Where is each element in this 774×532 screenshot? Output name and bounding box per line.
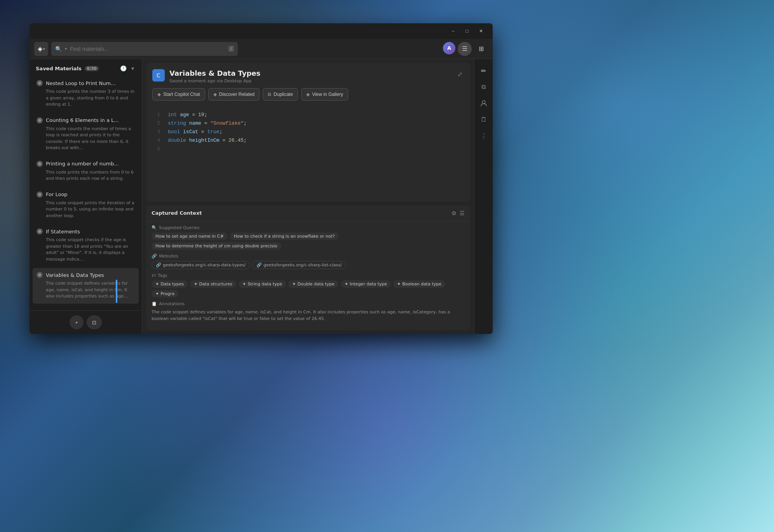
slash-badge: /: [228, 46, 234, 52]
context-title: Captured Context: [152, 210, 202, 216]
copilot-icon: ◈: [157, 92, 161, 97]
sidebar-header-actions: 🕐 ▾: [119, 64, 136, 72]
list-item[interactable]: Printing a number of numb... This code p…: [33, 157, 139, 186]
list-item-title: Counting 6 Elements in a L...: [46, 117, 135, 123]
avatar[interactable]: A: [443, 42, 455, 54]
start-copilot-chat-button[interactable]: ◈ Start Copilot Chat: [152, 88, 205, 101]
search-dropdown-icon: ▾: [65, 47, 67, 51]
import-icon: ⊡: [92, 320, 96, 325]
link-icon-small: 🔗: [156, 263, 161, 268]
profile-button[interactable]: [477, 96, 491, 110]
filter-button[interactable]: ▾: [130, 64, 136, 72]
sort-button[interactable]: 🕐: [119, 64, 128, 72]
list-item-title: For Loop: [46, 191, 135, 197]
tag-chip[interactable]: ✦ Integer data type: [341, 280, 391, 288]
tag-chip[interactable]: ✦ Boolean data type: [393, 280, 445, 288]
query-chip[interactable]: How to set age and name in C#: [152, 233, 228, 240]
scroll-indicator: [116, 280, 117, 303]
tag-chip[interactable]: ✦ String data type: [239, 280, 286, 288]
material-icon: C: [152, 69, 165, 82]
list-item-desc: This code counts the number of times a l…: [37, 126, 135, 151]
website-chip[interactable]: 🔗 geeksforgeeks.org/c-sharp-data-types/: [152, 261, 250, 269]
code-line: 2 string name = "Snowflake";: [152, 119, 464, 128]
suggested-queries-section: 🔍 Suggested Queries How to set age and n…: [152, 225, 465, 250]
query-chip[interactable]: How to check if a string is an snowflake…: [230, 233, 339, 240]
sidebar-title: Saved Materials 6/30: [36, 66, 99, 71]
tag-icon-small: ✦: [155, 291, 159, 296]
view-in-gallery-button[interactable]: ◈ View in Gallery: [301, 88, 348, 101]
svg-point-0: [482, 101, 485, 104]
query-chip[interactable]: How to determine the height of cm using …: [152, 242, 281, 250]
close-button[interactable]: ✕: [476, 26, 486, 37]
search-queries-icon: 🔍: [152, 225, 157, 230]
list-item-desc: The code snippet defines variables for a…: [37, 280, 135, 300]
item-icon: [37, 161, 43, 167]
action-buttons: ◈ Start Copilot Chat ◈ Discover Related …: [146, 88, 470, 106]
toolbar: ◈ ▾ 🔍 ▾ / A ☰ ⊞: [30, 39, 493, 59]
queries-chips: How to set age and name in C# How to che…: [152, 233, 465, 250]
sidebar: Saved Materials 6/30 🕐 ▾ Nested Loop to …: [30, 59, 142, 334]
copy-button[interactable]: ⧉: [477, 80, 491, 94]
list-item-title: Nested Loop to Print Num...: [46, 80, 135, 86]
toolbar-icons: A ☰ ⊞: [443, 42, 488, 56]
grid-view-button[interactable]: ⊞: [474, 42, 488, 56]
logo-button[interactable]: ◈ ▾: [34, 42, 48, 56]
tag-chip[interactable]: ✦ Double data type: [288, 280, 338, 288]
list-item-title: Printing a number of numb...: [46, 161, 135, 167]
notes-button[interactable]: 🗒: [477, 113, 491, 127]
material-title: Variables & Data Types: [169, 69, 260, 77]
logo-icon: ◈: [38, 45, 42, 52]
discover-related-button[interactable]: ◈ Discover Related: [208, 88, 260, 101]
duplicate-button[interactable]: ⧉ Duplicate: [263, 88, 298, 101]
search-icon: 🔍: [55, 46, 62, 52]
list-item-desc: This code snippet prints the iteration o…: [37, 200, 135, 219]
list-item[interactable]: For Loop This code snippet prints the it…: [33, 188, 139, 223]
list-item[interactable]: If Statements This code snippet checks i…: [33, 224, 139, 266]
item-icon: [37, 117, 43, 123]
minimize-button[interactable]: −: [448, 26, 458, 37]
content-area: Saved Materials 6/30 🕐 ▾ Nested Loop to …: [30, 59, 493, 334]
context-menu-button[interactable]: ☰: [460, 210, 465, 216]
website-chip[interactable]: 🔗 geeksforgeeks.org/c-sharp-list-class/: [252, 261, 346, 269]
list-item-title: Variables & Data Types: [46, 272, 135, 278]
list-item-desc: This code prints the number 3 of times i…: [37, 89, 135, 108]
list-item-desc: This code prints the numbers from 0 to 6…: [37, 169, 135, 182]
item-icon: [37, 228, 43, 235]
tag-icon-small: ✦: [194, 282, 197, 287]
expand-button[interactable]: ⤢: [456, 69, 464, 80]
captured-context: Captured Context ⚙ ☰ 🔍 Suggested Queries: [146, 205, 470, 330]
list-item[interactable]: Nested Loop to Print Num... This code pr…: [33, 76, 139, 112]
search-bar: 🔍 ▾ /: [51, 42, 238, 56]
tag-icon-small: ✦: [242, 282, 246, 287]
more-options-button[interactable]: ⋮: [477, 129, 491, 143]
tag-chip[interactable]: ✦ Data structures: [190, 280, 236, 288]
list-item[interactable]: Counting 6 Elements in a L... This code …: [33, 113, 139, 155]
tag-icon-small: ✦: [397, 282, 401, 287]
code-block: 1 int age = 19; 2 string name = "Snowfla…: [146, 106, 470, 202]
context-header: Captured Context ⚙ ☰: [146, 205, 470, 221]
edit-button[interactable]: ✏: [477, 64, 491, 78]
sidebar-list: Nested Loop to Print Num... This code pr…: [30, 76, 142, 310]
list-item[interactable]: Variables & Data Types The code snippet …: [33, 268, 139, 304]
tag-chip[interactable]: ✦ Progra: [152, 290, 178, 297]
code-line: 4 double heightInCm = 26.45;: [152, 136, 464, 145]
sidebar-footer: + ⊡: [30, 310, 142, 334]
link-icon: 🔗: [152, 254, 157, 259]
duplicate-icon: ⧉: [268, 92, 271, 97]
context-settings-button[interactable]: ⚙: [452, 210, 457, 216]
logo-chevron-icon: ▾: [43, 47, 45, 51]
item-icon: [37, 80, 43, 86]
annotations-section: 📋 Annotations The code snippet defines v…: [152, 301, 465, 322]
annotation-text: The code snippet defines variables for a…: [152, 309, 465, 322]
import-button[interactable]: ⊡: [87, 315, 102, 329]
material-header: C Variables & Data Types Saved a moment …: [146, 63, 470, 88]
search-input[interactable]: [70, 46, 225, 52]
add-button[interactable]: +: [70, 315, 84, 329]
maximize-button[interactable]: □: [462, 26, 472, 37]
titlebar: − □ ✕: [30, 23, 493, 39]
list-view-button[interactable]: ☰: [458, 42, 472, 56]
list-item-title: If Statements: [46, 229, 135, 235]
add-icon: +: [75, 320, 78, 325]
main-window: − □ ✕ ◈ ▾ 🔍 ▾ / A ☰ ⊞ Saved Materials: [30, 23, 493, 334]
tag-chip[interactable]: ✦ Data types: [152, 280, 188, 288]
